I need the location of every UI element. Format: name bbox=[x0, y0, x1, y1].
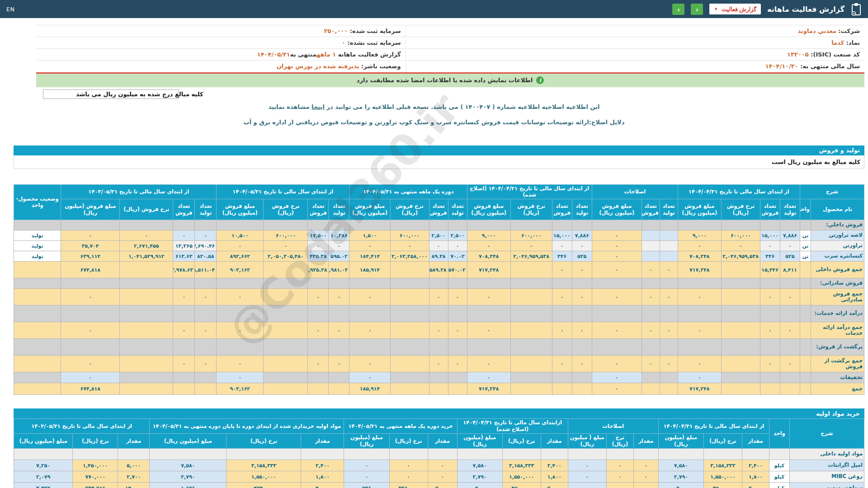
cell: ۲,۰۰۰ bbox=[541, 483, 568, 488]
cell bbox=[572, 372, 592, 383]
cell bbox=[428, 449, 457, 460]
cell bbox=[448, 372, 467, 383]
column-header: دوره یک ماهه منتهی به ۱۴۰۴/۰۵/۳۱ bbox=[349, 184, 467, 199]
cell bbox=[120, 356, 173, 372]
cell: ۲,۰۴۶,۹۵۹,۵۳۸ bbox=[510, 251, 552, 262]
cell: ۰ bbox=[592, 383, 642, 395]
cell: ۷۰۸,۲۴۸ bbox=[467, 251, 510, 262]
cell bbox=[329, 339, 349, 356]
cell bbox=[721, 372, 760, 383]
previous-version-link[interactable]: اینجا bbox=[311, 103, 325, 110]
cell bbox=[572, 278, 592, 289]
cell: ۷,۲۵۰ bbox=[14, 460, 73, 471]
cell: ۰ bbox=[780, 322, 800, 339]
cell bbox=[660, 241, 678, 251]
cell: ۰ bbox=[389, 460, 428, 471]
cell: ۰ bbox=[120, 230, 173, 241]
column-header: مبلغ فروش (میلیون ریال) bbox=[217, 199, 264, 220]
cell: تن bbox=[800, 251, 811, 262]
cell bbox=[592, 278, 642, 289]
prev-report-button[interactable]: ‹ bbox=[672, 4, 684, 15]
cell bbox=[703, 449, 742, 460]
info-cell: کد صنعت (ISIC): ۱۳۲۰۰۵ bbox=[406, 49, 864, 61]
cell: ۹۰۰ bbox=[658, 483, 703, 488]
cell: ۰ bbox=[349, 241, 390, 251]
cell bbox=[467, 278, 510, 289]
cell: ۷,۵۸۰ bbox=[658, 460, 703, 471]
language-toggle-en[interactable]: EN bbox=[6, 6, 14, 13]
cell bbox=[61, 220, 120, 230]
cell: ۰ bbox=[642, 322, 660, 339]
info-row: شرکت: معدني دماوندسرمایه ثبت شده: ۲۵۰,۰۰… bbox=[36, 25, 864, 37]
column-header: نام محصول bbox=[811, 199, 864, 220]
cell: ۰ bbox=[572, 322, 592, 339]
cell: ۷۷۰,۰۰۰ bbox=[73, 471, 118, 483]
column-header: مقدار bbox=[633, 434, 658, 449]
cell bbox=[329, 383, 349, 395]
cell bbox=[120, 372, 173, 383]
cell: ۲,۰۷۹ bbox=[14, 471, 73, 483]
cell bbox=[552, 383, 572, 395]
cell: ۱,۵۵۰,۰۰۰ bbox=[226, 471, 301, 483]
column-header: نرخ فروش (ریال) bbox=[120, 199, 173, 220]
cell: ۲,۰۶۳,۲۵۸,۰۰۰ bbox=[390, 251, 429, 262]
cell bbox=[264, 305, 308, 322]
info-label: سرمایه ثبت شده: bbox=[348, 28, 401, 34]
cell bbox=[552, 220, 572, 230]
cell: ۹۰۳,۱۶۲ bbox=[217, 383, 264, 395]
cell: ۷,۸۸۶ bbox=[572, 230, 592, 241]
column-header: واحد bbox=[800, 199, 811, 220]
column-header: مبلغ فروش (میلیون ریال) bbox=[467, 199, 510, 220]
column-header: تعداد فروش bbox=[642, 199, 660, 220]
cell: ۷۱۷,۲۴۸ bbox=[678, 383, 721, 395]
cell bbox=[780, 220, 800, 230]
cell bbox=[678, 220, 721, 230]
cell: ۶۳۹,۱۱۴ bbox=[61, 251, 120, 262]
cell bbox=[14, 322, 61, 339]
cell: تن bbox=[800, 230, 811, 241]
section-header-production-sales: تولید و فروش bbox=[14, 145, 864, 155]
clipboard-report-icon[interactable] bbox=[851, 3, 862, 16]
report-type-dropdown[interactable]: گزارش فعالیت ▼ bbox=[709, 4, 761, 14]
cell bbox=[264, 372, 308, 383]
cell bbox=[14, 383, 61, 395]
cell bbox=[552, 339, 572, 356]
cell bbox=[14, 356, 61, 372]
column-header: اصلاحات bbox=[568, 419, 658, 434]
row-label: جمع درآمد ارائه خدمات bbox=[811, 322, 864, 339]
cell bbox=[552, 278, 572, 289]
column-header: از ابتدای سال مالی تا تاریخ ۱۴۰۴/۰۴/۳۱ bbox=[658, 419, 769, 434]
cell: ۷,۸۸۶ bbox=[780, 230, 800, 241]
cell: ۷۱۷,۲۴۸ bbox=[467, 262, 510, 278]
cell: تولید bbox=[14, 251, 61, 262]
cell bbox=[390, 289, 429, 305]
cell: ۰ bbox=[678, 322, 721, 339]
column-header: مقدار bbox=[301, 434, 344, 449]
cell: ۰ bbox=[217, 322, 264, 339]
row-label: تراورتن bbox=[811, 241, 864, 251]
cell: ۷,۶۹۰.۴۶ bbox=[195, 241, 217, 251]
cell bbox=[264, 220, 308, 230]
cell bbox=[329, 305, 349, 322]
table-row: جمع فروش صادراتی۰۰۰۰۰۰۰۰۰۰۰۰۰۰۰۰۰۰ bbox=[14, 289, 864, 305]
cell: ۰ bbox=[389, 471, 428, 483]
cell: ۱,۸۰۰ bbox=[742, 471, 769, 483]
cell bbox=[572, 339, 592, 356]
cell: کیلو bbox=[769, 460, 789, 471]
table-row: تخفیفات۰۰۰۰۰۰ bbox=[14, 372, 864, 383]
cell: ۱۸۵,۹۱۴ bbox=[349, 262, 390, 278]
cell bbox=[448, 339, 467, 356]
cell: ۰ bbox=[592, 322, 642, 339]
column-header: نرخ فروش (ریال) bbox=[510, 199, 552, 220]
next-report-button[interactable]: › bbox=[691, 4, 703, 15]
cell: ۰ bbox=[592, 251, 642, 262]
cell bbox=[721, 262, 760, 278]
cell: ۰ bbox=[572, 241, 592, 251]
info-value: ۰ bbox=[342, 39, 345, 46]
cell bbox=[642, 241, 660, 251]
cell: ۸۲۰.۵۸ bbox=[195, 251, 217, 262]
column-header: تعداد تولید bbox=[660, 199, 678, 220]
info-label: وضعیت ناشر: bbox=[359, 63, 401, 70]
cell bbox=[467, 339, 510, 356]
cell: ۰ bbox=[173, 322, 195, 339]
